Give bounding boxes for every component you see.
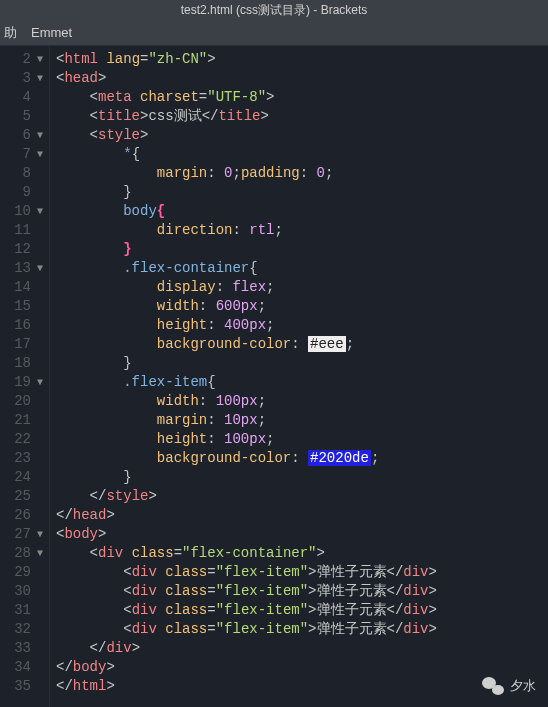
code-line[interactable]: <div class="flex-item">弹性子元素</div> — [56, 601, 548, 620]
code-line[interactable]: <div class="flex-item">弹性子元素</div> — [56, 620, 548, 639]
code-line[interactable]: <div class="flex-item">弹性子元素</div> — [56, 582, 548, 601]
watermark: 夕水 — [482, 677, 536, 695]
code-line[interactable]: width: 100px; — [56, 392, 548, 411]
code-line[interactable]: <div class="flex-item">弹性子元素</div> — [56, 563, 548, 582]
code-line[interactable]: </head> — [56, 506, 548, 525]
color-swatch-icon: #2020de — [308, 450, 371, 466]
code-line[interactable]: .flex-item{ — [56, 373, 548, 392]
code-line[interactable]: display: flex; — [56, 278, 548, 297]
code-line[interactable]: } — [56, 354, 548, 373]
menu-item-emmet[interactable]: Emmet — [31, 25, 72, 40]
code-line[interactable]: <html lang="zh-CN"> — [56, 50, 548, 69]
wechat-icon — [482, 677, 504, 695]
code-line[interactable]: <title>css测试</title> — [56, 107, 548, 126]
fold-icon[interactable]: ▼ — [35, 373, 45, 392]
fold-icon[interactable]: ▼ — [35, 259, 45, 278]
code-line[interactable]: height: 400px; — [56, 316, 548, 335]
fold-icon[interactable]: ▼ — [35, 544, 45, 563]
code-line[interactable]: direction: rtl; — [56, 221, 548, 240]
code-line[interactable]: background-color: #eee; — [56, 335, 548, 354]
fold-icon[interactable]: ▼ — [35, 525, 45, 544]
code-line[interactable]: <body> — [56, 525, 548, 544]
window-title: test2.html (css测试目录) - Brackets — [181, 3, 368, 17]
code-line[interactable]: } — [56, 240, 548, 259]
code-area[interactable]: <html lang="zh-CN"> <head> <meta charset… — [50, 46, 548, 707]
watermark-label: 夕水 — [510, 677, 536, 695]
fold-icon[interactable]: ▼ — [35, 126, 45, 145]
code-line[interactable]: <head> — [56, 69, 548, 88]
code-line[interactable]: *{ — [56, 145, 548, 164]
color-swatch-icon: #eee — [308, 336, 346, 352]
code-line[interactable]: width: 600px; — [56, 297, 548, 316]
menu-item-help[interactable]: 助 — [4, 24, 17, 42]
fold-icon[interactable]: ▼ — [35, 145, 45, 164]
code-line[interactable]: background-color: #2020de; — [56, 449, 548, 468]
fold-icon[interactable]: ▼ — [35, 69, 45, 88]
code-line[interactable]: </html> — [56, 677, 548, 696]
code-line[interactable]: margin: 0;padding: 0; — [56, 164, 548, 183]
code-line[interactable]: <div class="flex-container"> — [56, 544, 548, 563]
code-line[interactable]: <meta charset="UTF-8"> — [56, 88, 548, 107]
code-line[interactable]: <style> — [56, 126, 548, 145]
line-number-gutter: 2▼ 3▼ 4 5 6▼ 7▼ 8 9 10▼ 11 12 13▼ 14 15 … — [0, 46, 50, 707]
code-line[interactable]: body{ — [56, 202, 548, 221]
menu-bar: 助 Emmet — [0, 20, 548, 46]
code-line[interactable]: } — [56, 183, 548, 202]
code-line[interactable]: .flex-container{ — [56, 259, 548, 278]
code-line[interactable]: } — [56, 468, 548, 487]
code-line[interactable]: </body> — [56, 658, 548, 677]
code-line[interactable]: </div> — [56, 639, 548, 658]
code-line[interactable]: height: 100px; — [56, 430, 548, 449]
code-line[interactable]: </style> — [56, 487, 548, 506]
fold-icon[interactable]: ▼ — [35, 50, 45, 69]
code-line[interactable]: margin: 10px; — [56, 411, 548, 430]
window-titlebar: test2.html (css测试目录) - Brackets — [0, 0, 548, 20]
code-editor[interactable]: 2▼ 3▼ 4 5 6▼ 7▼ 8 9 10▼ 11 12 13▼ 14 15 … — [0, 46, 548, 707]
fold-icon[interactable]: ▼ — [35, 202, 45, 221]
